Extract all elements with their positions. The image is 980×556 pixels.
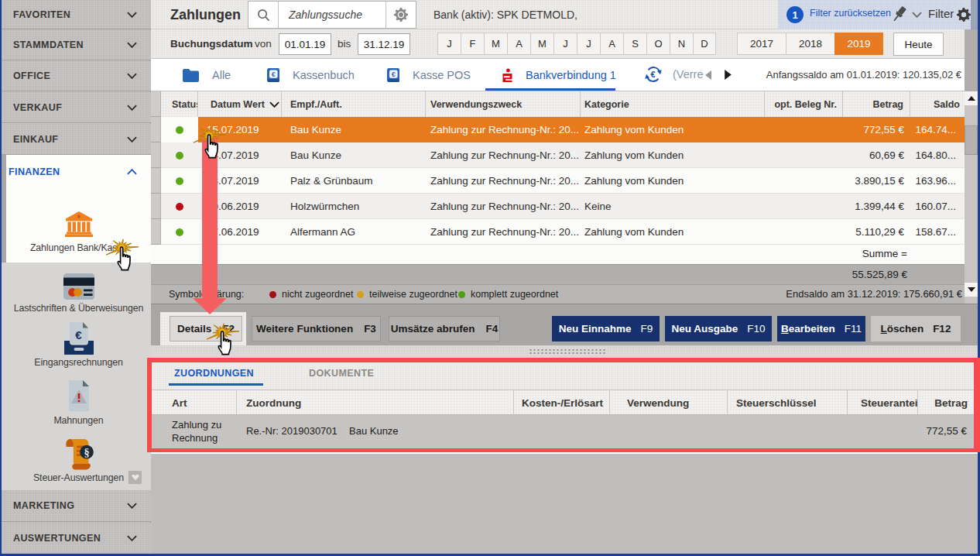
- column-header-status[interactable]: Status: [161, 91, 198, 117]
- chevron-down-icon[interactable]: [912, 12, 922, 18]
- column-header-beleg[interactable]: opt. Beleg Nr.: [765, 91, 843, 117]
- tab-bankverbindung-1[interactable]: Bankverbindung 1: [502, 59, 616, 91]
- date-to-input[interactable]: 31.12.19: [358, 33, 410, 55]
- legend-text: teilweise zugeordnet: [369, 289, 457, 300]
- row-selector-cell[interactable]: [151, 142, 161, 168]
- month-button-jun[interactable]: J: [553, 33, 577, 55]
- bearbeiten-button[interactable]: BearbeitenF11: [777, 316, 865, 341]
- month-button-sep[interactable]: S: [623, 33, 646, 55]
- row-selector-cell[interactable]: [151, 219, 161, 245]
- filter-button[interactable]: Filter: [928, 7, 954, 20]
- year-button-2017[interactable]: 2017: [737, 33, 786, 55]
- scrollbar-thumb[interactable]: [965, 125, 978, 155]
- umsaetze-abrufen-button[interactable]: Umsätze abrufenF4: [389, 316, 500, 341]
- table-row[interactable]: 27.06.2019 Alfermann AG Zahlung zur Rech…: [161, 219, 965, 245]
- neu-ausgabe-button[interactable]: Neu AusgabeF10: [665, 316, 772, 341]
- sidebar-section-label: AUSWERTUNGEN: [13, 533, 101, 544]
- column-header-verwendungszweck[interactable]: Verwendungszweck: [426, 91, 581, 117]
- today-button[interactable]: Heute: [893, 33, 944, 56]
- column-header-saldo[interactable]: Saldo: [910, 91, 965, 117]
- button-label: Löschen: [881, 323, 924, 335]
- tab-kassenbuch[interactable]: Kassenbuch: [267, 59, 355, 91]
- date-from-input[interactable]: 01.01.19: [279, 33, 331, 55]
- filter-gear-icon[interactable]: [957, 8, 971, 22]
- month-button-may[interactable]: M: [530, 33, 553, 55]
- table-row[interactable]: 30.06.2019 Holzwürmchen Zahlung zur Rech…: [161, 194, 965, 219]
- weitere-funktionen-button[interactable]: Weitere FunktionenF3: [252, 316, 381, 341]
- year-button-2019[interactable]: 2019: [834, 33, 883, 55]
- details-table-row[interactable]: Zahlung zuRechnung Re.-Nr: 2019030701 Ba…: [152, 415, 974, 448]
- row-selector-cell[interactable]: [151, 194, 161, 219]
- neu-einnahme-button[interactable]: Neu EinnahmeF9: [552, 316, 660, 341]
- loeschen-button[interactable]: LöschenF12: [871, 316, 961, 341]
- column-header-kategorie[interactable]: Kategorie: [581, 91, 765, 117]
- sidebar-section-finanzen[interactable]: FINANZEN: [2, 155, 146, 189]
- warning-document-icon: [69, 380, 89, 411]
- button-label: Weitere Funktionen: [256, 323, 353, 335]
- column-header-zuordnung[interactable]: Zuordnung: [237, 390, 514, 415]
- tab-scroll-right-icon[interactable]: [725, 70, 732, 80]
- month-button-oct[interactable]: O: [646, 33, 670, 55]
- drag-handle-dots[interactable]: [529, 348, 606, 355]
- search-icon: [257, 9, 270, 22]
- scroll-down-button[interactable]: [965, 283, 978, 297]
- month-button-jan[interactable]: J: [437, 33, 461, 55]
- favorite-button[interactable]: [128, 471, 142, 484]
- tab-zuordnungen[interactable]: ZUORDNUNGEN: [174, 368, 254, 379]
- month-button-feb[interactable]: F: [461, 33, 484, 55]
- vertical-scrollbar[interactable]: [965, 91, 978, 304]
- search-settings-button[interactable]: [386, 2, 416, 28]
- row-selector-cell[interactable]: [151, 117, 161, 142]
- sidebar-section-auswertungen[interactable]: AUSWERTUNGEN: [2, 523, 151, 554]
- date-filter-bar: Buchungsdatum von 01.01.19 bis 31.12.19 …: [151, 29, 978, 59]
- tab-scroll-left-icon[interactable]: [705, 70, 711, 80]
- search-button[interactable]: [248, 2, 278, 28]
- sync-euro-icon[interactable]: [645, 66, 662, 83]
- column-header-art[interactable]: Art: [152, 390, 237, 415]
- search-input[interactable]: Zahlungssuche: [279, 2, 385, 28]
- sidebar-item-lastschriften[interactable]: Lastschriften & Überweisungen: [6, 273, 151, 314]
- tab-alle[interactable]: Alle: [183, 59, 231, 91]
- month-button-aug[interactable]: A: [600, 33, 623, 55]
- sidebar-section-marketing[interactable]: MARKETING: [2, 490, 151, 522]
- column-header-betrag[interactable]: Betrag: [918, 390, 974, 415]
- month-button-apr[interactable]: A: [507, 33, 530, 55]
- row-selector-cell[interactable]: [151, 168, 161, 194]
- sidebar-section-verkauf[interactable]: VERKAUF: [2, 92, 151, 123]
- pin-icon[interactable]: [892, 5, 906, 23]
- column-header-label: Empf./Auft.: [290, 99, 342, 110]
- credit-card-icon: [63, 273, 94, 300]
- button-fkey: F9: [641, 323, 653, 335]
- table-row[interactable]: 14.07.2019 Bau Kunze Zahlung zur Rechnun…: [161, 142, 965, 168]
- column-header-steuerschluessel[interactable]: Steuerschlüssel: [728, 390, 848, 415]
- filter-reset-button[interactable]: Filter zurücksetzen: [810, 8, 891, 19]
- scroll-up-button[interactable]: [965, 91, 978, 105]
- button-label-rest: öschen: [887, 323, 923, 335]
- sidebar-section-favoriten[interactable]: FAVORITEN: [2, 0, 151, 29]
- sidebar-section-stammdaten[interactable]: STAMMDATEN: [2, 30, 151, 60]
- column-header-steueranteil[interactable]: Steueranteil: [848, 390, 918, 415]
- table-cell: 163.96...: [910, 168, 965, 194]
- tab-dokumente[interactable]: DOKUMENTE: [309, 368, 374, 379]
- table-row[interactable]: 13.07.2019 Palz & Grünbaum Zahlung zur R…: [161, 168, 965, 194]
- sidebar-item-mahnungen[interactable]: Mahnungen: [6, 380, 151, 426]
- month-button-nov[interactable]: N: [670, 33, 693, 55]
- table-row[interactable]: 15.07.2019 Bau Kunze Zahlung zur Rechnun…: [161, 117, 965, 142]
- month-button-mar[interactable]: M: [484, 33, 507, 55]
- month-button-jul[interactable]: J: [577, 33, 600, 55]
- month-button-dec[interactable]: D: [693, 33, 716, 55]
- tab-kasse-pos[interactable]: Kasse POS: [387, 59, 471, 91]
- sidebar-section-office[interactable]: OFFICE: [2, 61, 151, 91]
- row-selector-cell[interactable]: [151, 91, 161, 117]
- sidebar-section-einkauf[interactable]: EINKAUF: [2, 124, 151, 155]
- year-button-2018[interactable]: 2018: [786, 33, 834, 55]
- column-header-empfaenger[interactable]: Empf./Auft.: [282, 91, 426, 117]
- folder-icon: [183, 69, 199, 82]
- sidebar-item-eingangsrechnungen[interactable]: Eingangsrechnungen: [6, 322, 151, 368]
- splitter-strip[interactable]: [151, 345, 978, 358]
- column-header-betrag[interactable]: Betrag: [843, 91, 910, 117]
- column-header-kosten-erloesart[interactable]: Kosten-/Erlösart: [514, 390, 610, 415]
- column-header-verwendung[interactable]: Verwendung: [610, 390, 728, 415]
- column-header-datum[interactable]: Datum Wert: [198, 91, 282, 117]
- table-cell: Zahlung vom Kunden: [581, 219, 765, 245]
